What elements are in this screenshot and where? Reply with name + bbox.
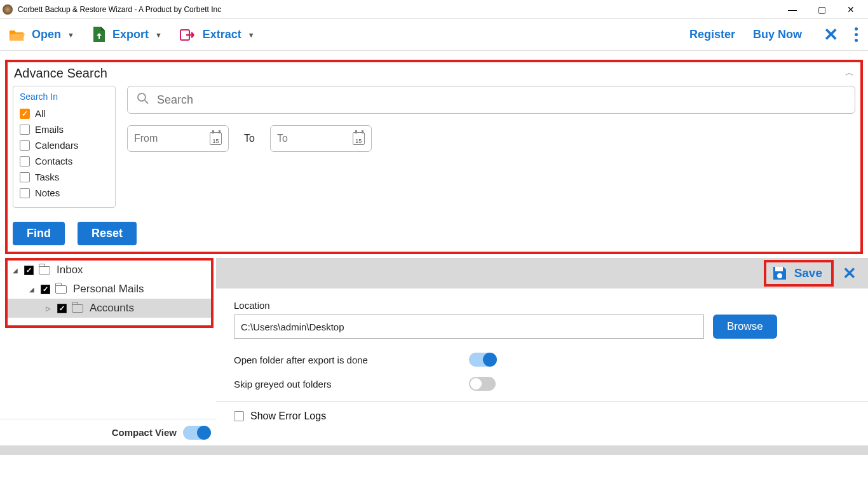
browse-button[interactable]: Browse — [713, 315, 777, 339]
save-button[interactable]: Save — [764, 260, 834, 287]
calendar-icon[interactable] — [353, 132, 365, 145]
export-button[interactable]: Export ▼ — [92, 27, 162, 43]
location-input[interactable] — [234, 315, 704, 339]
advance-search-title: Advance Search — [14, 66, 855, 81]
more-menu-icon[interactable] — [855, 27, 858, 42]
open-after-toggle[interactable] — [469, 353, 496, 367]
date-to-field[interactable] — [270, 125, 372, 152]
search-input-wrapper[interactable] — [127, 86, 855, 114]
tree-item-inbox[interactable]: ◢ Inbox — [8, 261, 211, 280]
search-icon — [137, 92, 149, 108]
register-link[interactable]: Register — [689, 28, 735, 41]
show-error-logs-row[interactable]: Show Error Logs — [216, 401, 868, 431]
extract-icon — [180, 28, 196, 42]
status-bar — [0, 445, 868, 455]
checkbox-icon[interactable] — [234, 411, 244, 421]
save-icon — [771, 265, 788, 281]
search-in-emails[interactable]: Emails — [20, 121, 109, 137]
tree-checkbox[interactable] — [24, 266, 34, 275]
checkbox-icon — [20, 188, 30, 198]
tree-checkbox[interactable] — [57, 304, 67, 313]
tree-item-personal-mails[interactable]: ◢ Personal Mails — [8, 280, 211, 299]
to-label: To — [244, 133, 255, 144]
folder-tree-pane: ◢ Inbox ◢ Personal Mails ▷ Accounts Comp… — [0, 258, 216, 445]
save-bar: Save ✕ — [216, 258, 868, 288]
folder-tree: ◢ Inbox ◢ Personal Mails ▷ Accounts — [5, 258, 214, 328]
open-after-label: Open folder after export is done — [234, 355, 469, 365]
expander-icon[interactable]: ◢ — [13, 267, 20, 274]
expander-icon[interactable]: ▷ — [46, 305, 53, 312]
search-input[interactable] — [157, 93, 846, 107]
svg-point-1 — [138, 93, 146, 101]
svg-point-3 — [777, 273, 782, 278]
location-label: Location — [234, 300, 850, 311]
tree-checkbox[interactable] — [41, 285, 50, 294]
chevron-down-icon: ▼ — [67, 31, 74, 39]
folder-icon — [72, 304, 83, 313]
compact-view-label: Compact View — [112, 427, 177, 438]
chevron-down-icon: ▼ — [155, 31, 162, 39]
date-to-input[interactable] — [277, 133, 353, 144]
app-icon — [3, 4, 13, 15]
compact-view-toggle[interactable] — [183, 426, 210, 440]
chevron-down-icon: ▼ — [248, 31, 255, 39]
search-in-notes[interactable]: Notes — [20, 185, 109, 201]
folder-open-icon — [9, 28, 25, 42]
checkbox-icon — [20, 125, 30, 135]
collapse-icon[interactable]: ︿ — [845, 67, 854, 79]
maximize-button[interactable]: ▢ — [807, 4, 836, 15]
extract-button[interactable]: Extract ▼ — [180, 28, 255, 42]
date-from-field[interactable] — [127, 125, 229, 152]
search-in-all[interactable]: All — [20, 105, 109, 121]
compact-view-bar: Compact View — [0, 419, 216, 445]
minimize-button[interactable]: — — [778, 4, 807, 15]
titlebar: Corbett Backup & Restore Wizard - A Prod… — [0, 0, 868, 19]
search-in-panel: Search In All Emails Calendars Contacts … — [13, 86, 116, 208]
open-label: Open — [32, 28, 61, 41]
find-button[interactable]: Find — [13, 222, 65, 245]
export-label: Export — [112, 28, 149, 41]
toolbar-close-icon[interactable]: ✕ — [824, 24, 838, 45]
checkbox-icon — [20, 156, 30, 166]
svg-rect-2 — [775, 267, 783, 271]
show-error-logs-label: Show Error Logs — [250, 410, 326, 422]
skip-greyed-label: Skip greyed out folders — [234, 379, 469, 390]
export-settings-pane: Save ✕ Location Browse Open folder after… — [216, 258, 868, 445]
extract-label: Extract — [203, 28, 241, 41]
search-in-calendars[interactable]: Calendars — [20, 137, 109, 153]
tree-item-accounts[interactable]: ▷ Accounts — [8, 299, 211, 318]
search-in-contacts[interactable]: Contacts — [20, 153, 109, 169]
main-toolbar: Open ▼ Export ▼ Extract ▼ Register Buy N… — [0, 19, 868, 51]
buy-now-link[interactable]: Buy Now — [753, 28, 802, 41]
open-button[interactable]: Open ▼ — [9, 28, 74, 42]
close-panel-icon[interactable]: ✕ — [843, 264, 857, 283]
checkbox-icon — [20, 109, 30, 119]
folder-icon — [55, 285, 67, 294]
expander-icon[interactable]: ◢ — [29, 286, 37, 293]
file-export-icon — [92, 27, 106, 43]
checkbox-icon — [20, 140, 30, 151]
folder-icon — [39, 266, 50, 274]
close-button[interactable]: ✕ — [836, 4, 865, 15]
skip-greyed-toggle[interactable] — [469, 377, 496, 391]
reset-button[interactable]: Reset — [78, 222, 137, 245]
advance-search-panel: Advance Search ︿ Search In All Emails Ca… — [5, 60, 863, 254]
search-in-tasks[interactable]: Tasks — [20, 169, 109, 185]
checkbox-icon — [20, 172, 30, 182]
date-from-input[interactable] — [134, 133, 210, 144]
save-label: Save — [794, 266, 822, 280]
calendar-icon[interactable] — [210, 132, 222, 145]
window-title: Corbett Backup & Restore Wizard - A Prod… — [18, 5, 778, 14]
search-in-label: Search In — [20, 92, 109, 102]
